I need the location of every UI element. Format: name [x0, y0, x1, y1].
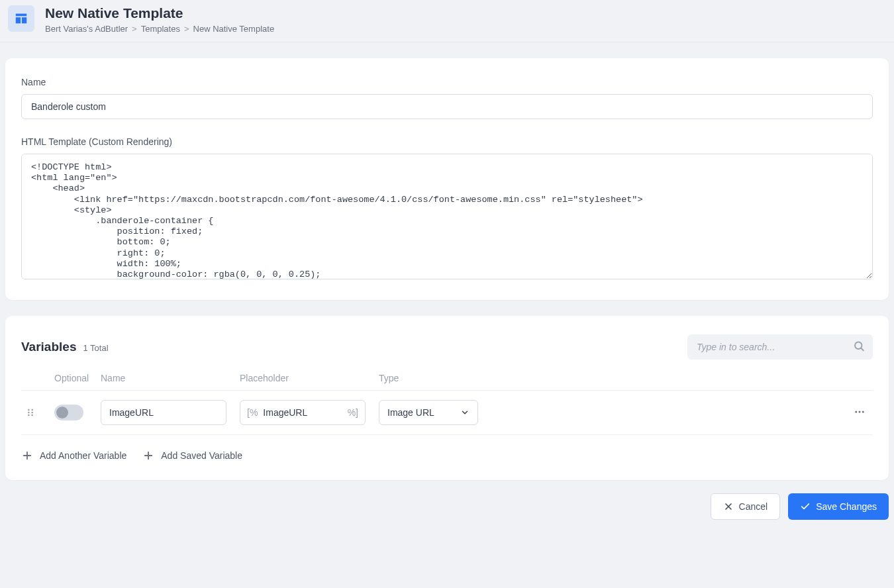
search-input[interactable]	[687, 334, 873, 360]
html-template-label: HTML Template (Custom Rendering)	[21, 136, 873, 147]
svg-rect-1	[16, 17, 21, 23]
svg-point-9	[31, 412, 33, 414]
variables-search	[687, 334, 873, 360]
html-template-textarea[interactable]	[21, 154, 873, 279]
check-icon	[800, 501, 811, 512]
name-label: Name	[21, 77, 873, 87]
svg-point-5	[28, 409, 30, 411]
svg-point-12	[859, 411, 861, 413]
svg-point-11	[855, 411, 857, 413]
type-select[interactable]: Image URL	[379, 400, 478, 425]
name-input[interactable]	[21, 94, 873, 119]
page-header: New Native Template Bert Varias's AdButl…	[0, 0, 894, 42]
placeholder-field: [% %]	[240, 400, 366, 425]
variables-card: Variables 1 Total Optional Name Placehol…	[5, 316, 889, 480]
chevron-down-icon	[460, 408, 470, 417]
type-select-value: Image URL	[387, 407, 434, 418]
template-icon	[8, 5, 34, 32]
placeholder-suffix: %]	[348, 407, 358, 418]
add-saved-variable-button[interactable]: Add Saved Variable	[142, 450, 242, 462]
svg-rect-0	[16, 14, 27, 17]
add-another-label: Add Another Variable	[40, 450, 126, 461]
placeholder-input[interactable]	[263, 407, 342, 418]
variable-name-input[interactable]	[101, 400, 226, 425]
save-label: Save Changes	[816, 501, 877, 512]
breadcrumb-templates[interactable]: Templates	[141, 24, 180, 34]
svg-point-8	[31, 409, 33, 411]
save-button[interactable]: Save Changes	[788, 493, 889, 520]
optional-toggle[interactable]	[54, 405, 83, 420]
plus-icon	[21, 450, 33, 462]
col-type: Type	[379, 373, 478, 383]
row-more-icon[interactable]	[846, 406, 873, 420]
close-icon	[723, 501, 734, 512]
col-placeholder: Placeholder	[240, 373, 379, 383]
add-another-variable-button[interactable]: Add Another Variable	[21, 450, 126, 462]
col-name: Name	[101, 373, 240, 383]
breadcrumb: Bert Varias's AdButler > Templates > New…	[45, 24, 274, 34]
chevron-right-icon: >	[184, 24, 189, 34]
add-saved-label: Add Saved Variable	[161, 450, 242, 461]
svg-line-4	[861, 348, 864, 351]
placeholder-prefix: [%	[247, 407, 258, 418]
svg-point-13	[862, 411, 864, 413]
cancel-label: Cancel	[739, 501, 768, 512]
svg-rect-2	[22, 17, 26, 23]
search-icon	[853, 340, 865, 354]
svg-point-7	[28, 415, 30, 416]
variables-table-header: Optional Name Placeholder Type	[21, 373, 873, 391]
plus-icon	[142, 450, 154, 462]
chevron-right-icon: >	[132, 24, 137, 34]
breadcrumb-current: New Native Template	[193, 24, 275, 34]
cancel-button[interactable]: Cancel	[711, 493, 781, 520]
page-footer: Cancel Save Changes	[0, 480, 894, 528]
svg-point-6	[28, 412, 30, 414]
variables-title: Variables	[21, 340, 76, 354]
variables-count: 1 Total	[83, 343, 108, 353]
page-title: New Native Template	[45, 5, 274, 21]
template-form-card: Name HTML Template (Custom Rendering)	[5, 58, 889, 300]
table-row: [% %] Image URL	[21, 391, 873, 435]
layout-icon	[14, 11, 28, 26]
col-optional: Optional	[54, 373, 101, 383]
breadcrumb-root[interactable]: Bert Varias's AdButler	[45, 24, 128, 34]
drag-handle-icon[interactable]	[21, 407, 54, 418]
svg-point-10	[31, 415, 33, 416]
